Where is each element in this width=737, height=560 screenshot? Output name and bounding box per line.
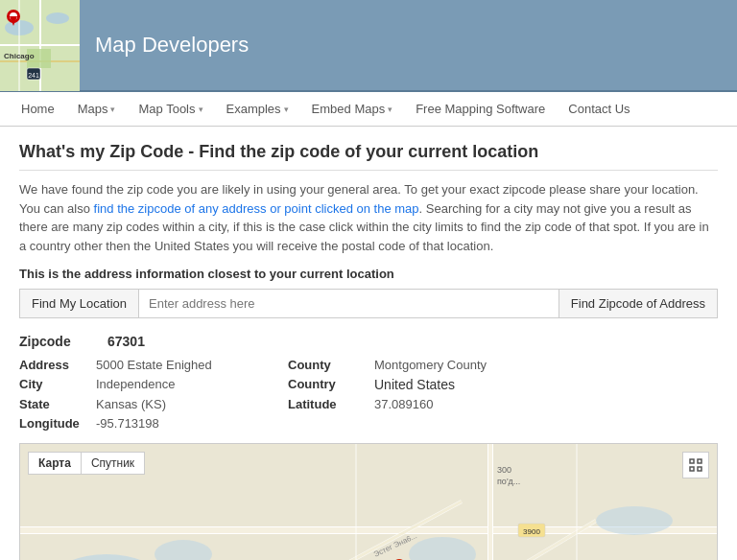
- county-value: Montgomery County: [374, 357, 718, 373]
- find-zipcode-link[interactable]: find the zipcode of any address or point…: [94, 201, 419, 216]
- nav-embed-maps-arrow: ▾: [388, 105, 392, 114]
- city-value: Independence: [96, 376, 288, 393]
- svg-point-2: [46, 12, 69, 24]
- nav-free-mapping[interactable]: Free Mapping Software: [404, 94, 557, 124]
- map-view-button[interactable]: Карта: [28, 452, 81, 475]
- zipcode-value: 67301: [107, 334, 145, 349]
- find-location-button[interactable]: Find My Location: [20, 290, 139, 317]
- map-container[interactable]: Карта Спутник: [19, 443, 718, 560]
- map-controls: Карта Спутник: [28, 452, 145, 475]
- longitude-label: Longitude: [19, 415, 96, 432]
- svg-text:241: 241: [28, 72, 39, 79]
- address-label: Address: [19, 357, 96, 373]
- find-zipcode-button[interactable]: Find Zipcode of Address: [559, 290, 717, 317]
- svg-rect-14: [690, 459, 694, 463]
- page-title: What's my Zip Code - Find the zip code o…: [19, 142, 718, 171]
- nav-examples[interactable]: Examples ▾: [215, 94, 300, 124]
- svg-rect-15: [698, 459, 701, 463]
- satellite-view-button[interactable]: Спутник: [81, 452, 145, 475]
- header-map-thumbnail: Chicago 241: [0, 0, 80, 91]
- nav-contact-us[interactable]: Contact Us: [557, 94, 641, 124]
- nav-home[interactable]: Home: [10, 94, 66, 124]
- country-label: Country: [288, 376, 374, 393]
- zipcode-label: Zipcode: [19, 334, 96, 349]
- fullscreen-button[interactable]: [682, 452, 709, 478]
- section-label: This is the address information closest …: [19, 267, 718, 281]
- latitude-label: Latitude: [288, 396, 374, 412]
- nav-maps-arrow: ▾: [110, 105, 115, 114]
- brand-title: Map Developers: [95, 33, 249, 58]
- city-label: City: [19, 376, 96, 393]
- svg-text:Chicago: Chicago: [4, 52, 35, 60]
- country-value: United States: [374, 376, 718, 393]
- latitude-value: 37.089160: [374, 396, 718, 412]
- nav-map-tools[interactable]: Map Tools ▾: [127, 94, 214, 124]
- longitude-value: -95.713198: [96, 415, 288, 432]
- address-value: 5000 Estate Enighed: [96, 357, 288, 373]
- main-content: What's my Zip Code - Find the zip code o…: [0, 127, 737, 560]
- state-value: Kansas (KS): [96, 396, 288, 412]
- header: Chicago 241 Map Developers: [0, 0, 737, 92]
- zipcode-row: Zipcode 67301: [19, 334, 718, 349]
- search-row: Find My Location Find Zipcode of Address: [19, 289, 718, 318]
- svg-text:по'д...: по'д...: [497, 477, 520, 486]
- svg-rect-17: [698, 467, 701, 471]
- svg-rect-16: [690, 467, 694, 471]
- header-brand: Map Developers: [80, 33, 737, 58]
- info-grid: Address 5000 Estate Enighed County Montg…: [19, 357, 718, 432]
- svg-text:300: 300: [497, 465, 511, 475]
- description-text: We have found the zip code you are likel…: [19, 180, 718, 255]
- county-label: County: [288, 357, 374, 373]
- info-section: Zipcode 67301 Address 5000 Estate Enighe…: [19, 334, 718, 432]
- main-nav: Home Maps ▾ Map Tools ▾ Examples ▾ Embed…: [0, 92, 737, 127]
- nav-map-tools-arrow: ▾: [199, 105, 203, 114]
- svg-text:3900: 3900: [523, 527, 540, 536]
- nav-embed-maps[interactable]: Embed Maps ▾: [300, 94, 405, 124]
- address-input[interactable]: [139, 290, 559, 317]
- nav-maps[interactable]: Maps ▾: [66, 94, 128, 124]
- svg-point-35: [596, 506, 673, 535]
- nav-examples-arrow: ▾: [284, 105, 289, 114]
- state-label: State: [19, 396, 96, 412]
